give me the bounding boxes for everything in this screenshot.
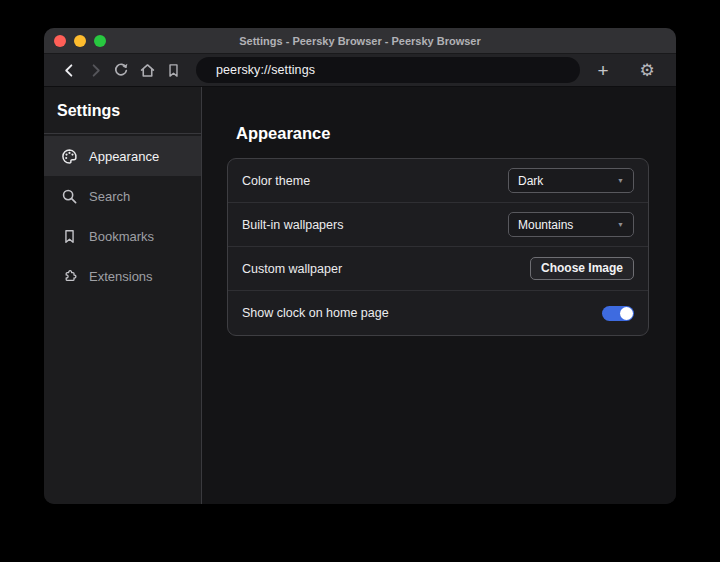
sidebar-item-label: Appearance xyxy=(89,149,159,164)
sidebar-item-appearance[interactable]: Appearance xyxy=(44,136,201,176)
show-clock-toggle[interactable] xyxy=(602,306,634,321)
sidebar-item-extensions[interactable]: Extensions xyxy=(44,256,201,296)
sidebar-item-bookmarks[interactable]: Bookmarks xyxy=(44,216,201,256)
close-window-button[interactable] xyxy=(54,35,66,47)
forward-button[interactable] xyxy=(82,57,108,83)
reload-button[interactable] xyxy=(108,57,134,83)
back-button[interactable] xyxy=(56,57,82,83)
setting-label: Color theme xyxy=(242,174,310,188)
new-tab-icon: + xyxy=(597,61,608,80)
page-title: Appearance xyxy=(236,124,676,143)
sidebar-title: Settings xyxy=(57,102,187,120)
settings-button[interactable]: ⚙ xyxy=(634,57,660,83)
color-theme-select[interactable]: Dark ▼ xyxy=(508,168,634,193)
builtin-wallpapers-select[interactable]: Mountains ▼ xyxy=(508,212,634,237)
home-icon xyxy=(139,62,156,79)
minimize-window-button[interactable] xyxy=(74,35,86,47)
chevron-down-icon: ▼ xyxy=(617,177,624,184)
sidebar-item-label: Search xyxy=(89,189,130,204)
setting-row-show-clock: Show clock on home page xyxy=(228,291,648,335)
setting-label: Built-in wallpapers xyxy=(242,218,343,232)
choose-image-button[interactable]: Choose Image xyxy=(530,257,634,280)
setting-row-custom-wallpaper: Custom wallpaper Choose Image xyxy=(228,247,648,291)
new-tab-button[interactable]: + xyxy=(590,57,616,83)
back-icon xyxy=(62,63,77,78)
window-title: Settings - Peersky Browser - Peersky Bro… xyxy=(44,35,676,47)
select-value: Dark xyxy=(518,174,543,188)
setting-row-color-theme: Color theme Dark ▼ xyxy=(228,159,648,203)
sidebar-header: Settings xyxy=(44,87,201,134)
sidebar-item-search[interactable]: Search xyxy=(44,176,201,216)
address-bar-url: peersky://settings xyxy=(216,63,315,77)
palette-icon xyxy=(61,148,78,165)
sidebar-item-label: Bookmarks xyxy=(89,229,154,244)
settings-sidebar: Settings Appearance xyxy=(44,87,202,504)
titlebar: Settings - Peersky Browser - Peersky Bro… xyxy=(44,28,676,54)
toggle-knob xyxy=(620,307,633,320)
setting-label: Custom wallpaper xyxy=(242,262,342,276)
setting-row-builtin-wallpapers: Built-in wallpapers Mountains ▼ xyxy=(228,203,648,247)
settings-gear-icon: ⚙ xyxy=(639,62,654,79)
settings-main-pane: Appearance Color theme Dark ▼ Built-in w… xyxy=(202,87,676,504)
zoom-window-button[interactable] xyxy=(94,35,106,47)
content-area: Settings Appearance xyxy=(44,87,676,504)
search-icon xyxy=(61,188,78,205)
sidebar-item-label: Extensions xyxy=(89,269,153,284)
puzzle-icon xyxy=(61,268,78,285)
traffic-lights xyxy=(54,35,106,47)
bookmark-page-button[interactable] xyxy=(160,57,186,83)
bookmark-icon xyxy=(166,63,181,78)
appearance-settings-card: Color theme Dark ▼ Built-in wallpapers M… xyxy=(227,158,649,336)
reload-icon xyxy=(113,62,129,78)
navigation-bar: peersky://settings + ⚙ xyxy=(44,54,676,87)
chevron-down-icon: ▼ xyxy=(617,221,624,228)
setting-label: Show clock on home page xyxy=(242,306,389,320)
select-value: Mountains xyxy=(518,218,573,232)
bookmark-icon xyxy=(61,228,78,245)
sidebar-items: Appearance Search Bookmarks xyxy=(44,134,201,296)
address-bar[interactable]: peersky://settings xyxy=(196,57,580,83)
forward-icon xyxy=(88,63,103,78)
home-button[interactable] xyxy=(134,57,160,83)
browser-window: Settings - Peersky Browser - Peersky Bro… xyxy=(44,28,676,504)
